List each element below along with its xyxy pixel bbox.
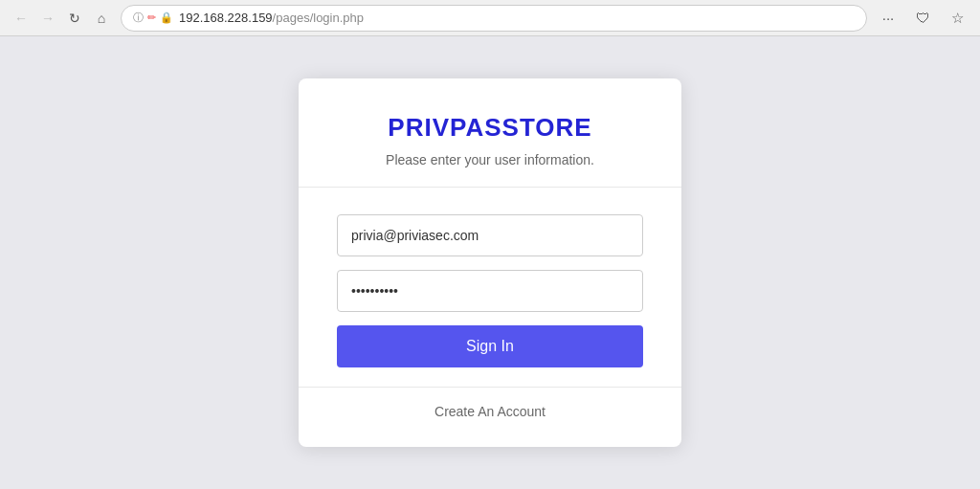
back-button[interactable]: ← [10, 7, 33, 30]
login-card-header: PRIVPASSTORE Please enter your user info… [299, 78, 681, 188]
reload-icon: ↻ [69, 11, 80, 26]
browser-actions: ··· 🛡 ☆ [875, 5, 970, 32]
signin-button[interactable]: Sign In [337, 325, 643, 367]
app-title: PRIVPASSTORE [337, 113, 643, 143]
login-card-footer: Create An Account [299, 387, 681, 447]
address-host: 192.168.228.159 [179, 11, 273, 25]
login-card: PRIVPASSTORE Please enter your user info… [299, 78, 681, 447]
more-button[interactable]: ··· [875, 5, 902, 32]
edit-icon: ✏ [147, 11, 156, 24]
address-bar-icons: ⓘ ✏ 🔒 [133, 11, 173, 25]
more-icon: ··· [882, 10, 895, 26]
home-button[interactable]: ⌂ [90, 7, 113, 30]
app-subtitle: Please enter your user information. [337, 152, 643, 167]
address-path: /pages/login.php [273, 11, 364, 25]
address-bar[interactable]: ⓘ ✏ 🔒 192.168.228.159/pages/login.php [121, 5, 867, 32]
email-field[interactable] [337, 214, 643, 256]
shield-button[interactable]: 🛡 [909, 5, 936, 32]
create-account-link[interactable]: Create An Account [434, 404, 546, 419]
reload-button[interactable]: ↻ [63, 7, 86, 30]
shield-icon: 🛡 [916, 10, 930, 26]
info-icon: ⓘ [133, 11, 144, 25]
password-field[interactable] [337, 270, 643, 312]
address-text: 192.168.228.159/pages/login.php [179, 11, 855, 25]
forward-icon: → [41, 11, 55, 26]
back-icon: ← [14, 11, 28, 26]
bookmark-button[interactable]: ☆ [944, 5, 970, 32]
forward-button[interactable]: → [36, 7, 59, 30]
bookmark-icon: ☆ [951, 10, 964, 27]
browser-chrome: ← → ↻ ⌂ ⓘ ✏ 🔒 192.168.228.159/pages/logi… [0, 0, 980, 36]
security-icon: 🔒 [160, 11, 173, 24]
login-form: Sign In [299, 188, 681, 387]
signin-label: Sign In [466, 338, 514, 354]
page-content: PRIVPASSTORE Please enter your user info… [0, 36, 980, 489]
nav-buttons: ← → ↻ ⌂ [10, 7, 113, 30]
home-icon: ⌂ [98, 11, 105, 26]
